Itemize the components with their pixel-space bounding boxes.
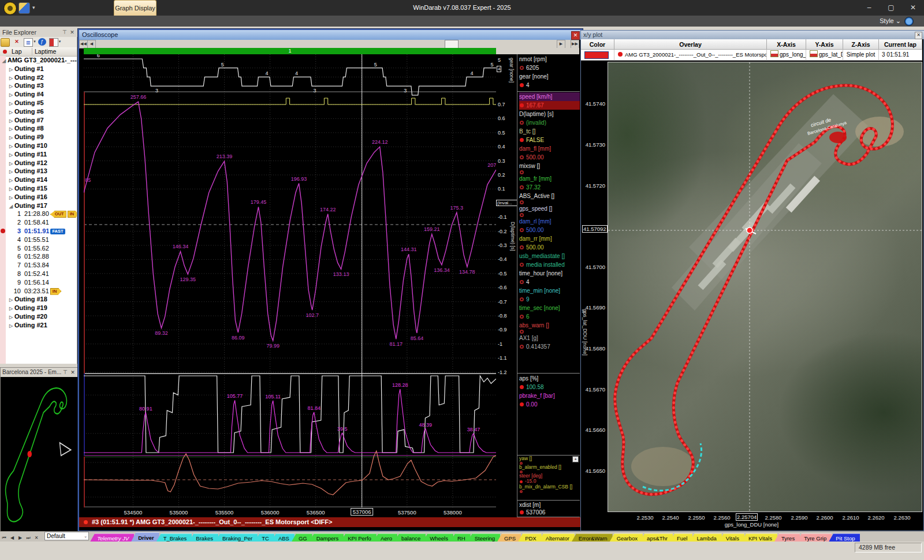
overlay-color-swatch[interactable]	[584, 51, 609, 59]
grid-cell[interactable]: gps_long_D	[767, 50, 806, 61]
grid-header-yaxis[interactable]: Y-Axis	[806, 39, 843, 50]
help-globe-icon[interactable]	[904, 17, 914, 26]
pin-icon[interactable]: ⊤	[61, 28, 69, 37]
lap-row[interactable]: 801:52.41	[0, 270, 77, 278]
app-logo-icon[interactable]	[3, 2, 17, 15]
column-laptime[interactable]: Laptime	[35, 47, 56, 56]
close-panel-icon[interactable]: ✕	[69, 368, 77, 377]
grid-cell[interactable]: gps_lat_DDl	[806, 50, 843, 61]
tree-outing[interactable]: ▷Outing #8	[0, 124, 77, 133]
oscilloscope-plot[interactable]: 635443534585257.6689.32146.34129.35213.3…	[84, 54, 496, 507]
column-separator[interactable]	[32, 48, 32, 55]
grid-cell[interactable]	[581, 50, 614, 61]
grid-header-color[interactable]: Color	[581, 39, 614, 50]
grid-cell[interactable]: 3 01:51.91	[879, 50, 922, 61]
channel-name[interactable]: b_alarm_enabled []	[519, 465, 580, 471]
tree-outing[interactable]: ▷Outing #13	[0, 167, 77, 176]
channel-name[interactable]: ABS_Active []	[519, 192, 580, 200]
channel-name[interactable]: dam_rl [mm]	[519, 217, 580, 226]
grid-cell[interactable]: Simple plot	[843, 50, 879, 61]
channel-name[interactable]: gear [none]	[519, 72, 580, 81]
tree-outing[interactable]: ◢Outing #17	[0, 201, 77, 210]
channel-name[interactable]: D(laptime) [s]	[519, 110, 580, 118]
pin-icon[interactable]: ⊤	[61, 368, 69, 377]
style-dropdown[interactable]: Style ⌄	[880, 16, 901, 27]
close-button[interactable]: ✕	[902, 0, 924, 16]
channel-name[interactable]: dam_rr [mm]	[519, 234, 580, 243]
tree-outing[interactable]: ▷Outing #7	[0, 116, 77, 125]
channel-name[interactable]: mixsw []	[519, 162, 580, 170]
channel-name[interactable]: abs_warn []	[519, 321, 580, 330]
close-panel-icon[interactable]: ✕	[68, 28, 76, 37]
quick-access-caret-icon[interactable]: ▾	[32, 5, 35, 10]
channel-name[interactable]: dam_fr [mm]	[519, 174, 580, 183]
gps-plot-area[interactable]: gps_lat_DDU [none] circuit deBarcelona-C…	[581, 61, 922, 529]
grid-cell[interactable]: AMG GT3_2000021-_--------_Out_0--_------…	[614, 50, 767, 61]
channel-name[interactable]: xdist [m]	[519, 501, 580, 509]
tree-outing[interactable]: ▷Outing #9	[0, 133, 77, 141]
scroll-left-icon[interactable]: ◀	[87, 40, 96, 48]
minimize-button[interactable]: –	[858, 0, 880, 16]
open-file-icon[interactable]	[1, 38, 10, 47]
scroll-far-right-icon[interactable]: ▶▶	[571, 40, 579, 48]
channel-name[interactable]: aps [%]	[519, 374, 580, 383]
tree-outing[interactable]: ▷Outing #15	[0, 184, 77, 193]
tree-outing[interactable]: ▷Outing #1	[0, 65, 77, 73]
channel-name[interactable]: speed [km/h]	[519, 92, 580, 101]
channel-name[interactable]: b_mix_dn_alarm_CSB []	[519, 484, 580, 490]
chart-tool-caret-icon[interactable]: ▾	[33, 39, 36, 43]
column-lap[interactable]: Lap	[12, 47, 22, 56]
tree-outing[interactable]: ▷Outing #10	[0, 141, 77, 150]
channel-name[interactable]: time_min [none]	[519, 286, 580, 295]
lap-row[interactable]: 301:51.91FAST	[0, 227, 77, 236]
add-channel-button[interactable]: +	[572, 456, 579, 462]
channel-name[interactable]: usb_mediastate []	[519, 252, 580, 260]
scrollbar-thumb[interactable]	[445, 40, 459, 48]
channel-name[interactable]: B_tc []	[519, 127, 580, 136]
scroll-right-icon[interactable]: ▶	[557, 40, 565, 48]
info-icon[interactable]: ƒ	[38, 38, 46, 46]
lap-row[interactable]: 201:58.41	[0, 218, 77, 227]
channel-name[interactable]: time_hour [none]	[519, 269, 580, 278]
oscilloscope-close-icon[interactable]: ✕	[571, 31, 580, 40]
remove-file-icon[interactable]: ✕	[13, 38, 21, 46]
layout-tool-caret-icon[interactable]: ▾	[59, 39, 61, 43]
oscilloscope-titlebar[interactable]: Oscilloscope	[79, 30, 582, 40]
tree-outing[interactable]: ▷Outing #2	[0, 73, 77, 82]
time-scrollbar[interactable]: ◀◀ ◀ ▶ ▶▶	[79, 40, 579, 48]
lap-row[interactable]: 1003:23.51IN	[0, 287, 77, 296]
tree-outing[interactable]: ▷Outing #14	[0, 176, 77, 184]
tree-outing[interactable]: ▷Outing #16	[0, 193, 77, 201]
tree-outing[interactable]: ▷Outing #11	[0, 150, 77, 159]
tree-outing[interactable]: ▷Outing #19	[0, 304, 77, 312]
tree-outing[interactable]: ▷Outing #21	[0, 321, 77, 330]
lap-band[interactable]: 1	[84, 48, 496, 54]
channel-name[interactable]: pbrake_f [bar]	[519, 391, 580, 400]
channel-name[interactable]: dam_fl [mm]	[519, 144, 580, 153]
lap-row[interactable]: 501:55.62	[0, 244, 77, 253]
grid-header-overlay[interactable]: Overlay	[614, 39, 767, 50]
tree-outing[interactable]: ▷Outing #6	[0, 107, 77, 116]
tree-root[interactable]: ◢AMG GT3_2000021-_---	[0, 56, 77, 65]
grid-header-zaxis[interactable]: Z-Axis	[843, 39, 879, 50]
lap-row[interactable]: 401:55.51	[0, 236, 77, 244]
quick-access-icon[interactable]	[18, 2, 30, 14]
preset-dropdown[interactable]: Default⌄	[44, 532, 89, 540]
lap-row[interactable]: 901:56.14	[0, 278, 77, 287]
tree-outing[interactable]: ▷Outing #5	[0, 99, 77, 107]
satellite-map[interactable]: circuit deBarcelona-Catalunya	[608, 62, 922, 512]
layout-tool-icon[interactable]	[49, 38, 58, 47]
channel-name[interactable]: nmot [rpm]	[519, 55, 580, 64]
channel-name[interactable]: yaw []	[519, 456, 580, 462]
chart-tool-icon[interactable]: ▥	[24, 38, 33, 47]
lap-row[interactable]: 121:28.80OUTIN	[0, 210, 77, 218]
xy-plot-close-icon[interactable]: ✕	[915, 32, 922, 39]
xy-plot-titlebar[interactable]: x/y plot	[581, 31, 924, 39]
tree-outing[interactable]: ▷Outing #4	[0, 90, 77, 99]
grid-header-xaxis[interactable]: X-Axis	[767, 39, 806, 50]
tree-outing[interactable]: ▷Outing #12	[0, 159, 77, 167]
maximize-button[interactable]: ▢	[880, 0, 902, 16]
lap-row[interactable]: 601:52.88	[0, 252, 77, 261]
tree-outing[interactable]: ▷Outing #18	[0, 295, 77, 304]
tree-outing[interactable]: ▷Outing #3	[0, 81, 77, 90]
